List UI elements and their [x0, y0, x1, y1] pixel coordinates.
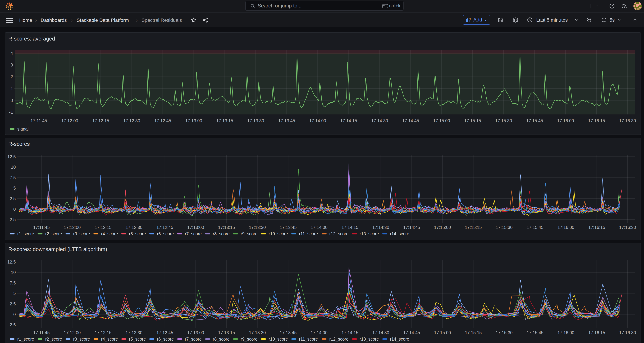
- svg-text:1: 1: [10, 86, 13, 91]
- svg-text:17:14:00: 17:14:00: [311, 225, 328, 230]
- svg-text:17:12:45: 17:12:45: [156, 225, 173, 230]
- svg-text:17:13:15: 17:13:15: [218, 330, 235, 335]
- svg-text:17:15:00: 17:15:00: [434, 330, 451, 335]
- svg-text:-2.5: -2.5: [8, 322, 16, 327]
- svg-text:17:16:00: 17:16:00: [558, 330, 574, 335]
- svg-text:-1: -1: [9, 110, 13, 115]
- svg-text:r5_score: r5_score: [129, 231, 146, 236]
- svg-text:17:16:00: 17:16:00: [558, 225, 574, 230]
- svg-text:17:15:15: 17:15:15: [464, 118, 481, 123]
- svg-text:r3_score: r3_score: [73, 336, 90, 341]
- svg-text:r10_score: r10_score: [269, 231, 288, 236]
- svg-text:r9_score: r9_score: [241, 336, 258, 341]
- svg-text:17:15:00: 17:15:00: [434, 225, 451, 230]
- svg-text:17:12:15: 17:12:15: [92, 118, 109, 123]
- svg-text:2.5: 2.5: [10, 301, 16, 306]
- svg-text:17:13:00: 17:13:00: [187, 225, 204, 230]
- svg-text:r3_score: r3_score: [73, 231, 90, 236]
- svg-text:17:11:45: 17:11:45: [30, 118, 47, 123]
- svg-text:17:13:15: 17:13:15: [218, 225, 235, 230]
- svg-text:r13_score: r13_score: [360, 336, 379, 341]
- svg-text:17:13:30: 17:13:30: [249, 330, 266, 335]
- svg-text:17:11:45: 17:11:45: [33, 225, 50, 230]
- svg-text:17:12:00: 17:12:00: [64, 330, 80, 335]
- svg-text:signal: signal: [17, 127, 28, 131]
- svg-text:10: 10: [11, 165, 16, 170]
- svg-text:2: 2: [10, 74, 13, 79]
- svg-text:17:14:30: 17:14:30: [371, 118, 388, 123]
- svg-text:10: 10: [11, 270, 16, 275]
- svg-text:17:16:30: 17:16:30: [619, 118, 636, 123]
- svg-text:17:13:45: 17:13:45: [280, 330, 297, 335]
- svg-text:r13_score: r13_score: [360, 231, 379, 236]
- svg-text:17:16:15: 17:16:15: [588, 330, 605, 335]
- svg-text:r1_score: r1_score: [17, 231, 34, 236]
- svg-text:5: 5: [13, 186, 16, 190]
- svg-text:17:14:15: 17:14:15: [342, 225, 358, 230]
- svg-text:r14_score: r14_score: [390, 336, 409, 341]
- svg-text:17:16:15: 17:16:15: [588, 118, 605, 123]
- svg-text:0: 0: [10, 98, 13, 103]
- svg-text:17:16:00: 17:16:00: [557, 118, 574, 123]
- svg-text:r2_score: r2_score: [45, 231, 62, 236]
- svg-text:r6_score: r6_score: [157, 336, 174, 341]
- svg-text:17:12:45: 17:12:45: [156, 330, 173, 335]
- svg-text:r5_score: r5_score: [129, 336, 146, 341]
- svg-text:r12_score: r12_score: [329, 336, 348, 341]
- svg-text:7.5: 7.5: [10, 280, 16, 285]
- svg-text:r12_score: r12_score: [329, 231, 348, 236]
- svg-text:r8_score: r8_score: [213, 231, 230, 236]
- svg-text:12.5: 12.5: [7, 154, 16, 159]
- svg-text:17:14:45: 17:14:45: [403, 330, 420, 335]
- svg-text:-2.5: -2.5: [8, 217, 16, 222]
- svg-text:17:15:45: 17:15:45: [526, 225, 543, 230]
- svg-text:17:15:15: 17:15:15: [465, 330, 482, 335]
- svg-text:17:13:30: 17:13:30: [247, 118, 264, 123]
- svg-text:r14_score: r14_score: [390, 231, 409, 236]
- svg-text:17:12:15: 17:12:15: [94, 330, 112, 335]
- svg-text:r8_score: r8_score: [213, 336, 230, 341]
- svg-text:17:13:45: 17:13:45: [278, 118, 295, 123]
- svg-text:17:12:45: 17:12:45: [154, 118, 171, 123]
- svg-text:17:14:45: 17:14:45: [403, 225, 420, 230]
- svg-text:2.5: 2.5: [10, 196, 16, 201]
- svg-text:17:11:45: 17:11:45: [33, 330, 50, 335]
- svg-text:r1_score: r1_score: [17, 336, 34, 341]
- svg-text:17:13:00: 17:13:00: [187, 330, 204, 335]
- svg-text:4: 4: [10, 51, 13, 56]
- svg-text:r11_score: r11_score: [299, 336, 318, 341]
- svg-text:17:16:30: 17:16:30: [619, 330, 636, 335]
- svg-text:17:12:00: 17:12:00: [64, 225, 80, 230]
- svg-text:r9_score: r9_score: [241, 231, 258, 236]
- svg-text:17:12:00: 17:12:00: [61, 118, 78, 123]
- svg-text:R-scores: averaged: R-scores: averaged: [8, 36, 55, 42]
- svg-text:17:16:30: 17:16:30: [619, 225, 636, 230]
- svg-text:r10_score: r10_score: [269, 336, 288, 341]
- svg-text:17:15:45: 17:15:45: [526, 118, 543, 123]
- svg-text:17:12:15: 17:12:15: [94, 225, 112, 230]
- svg-text:r6_score: r6_score: [157, 231, 174, 236]
- svg-text:17:15:30: 17:15:30: [496, 330, 512, 335]
- svg-text:17:14:15: 17:14:15: [342, 330, 358, 335]
- svg-text:17:15:30: 17:15:30: [496, 225, 512, 230]
- svg-text:7.5: 7.5: [10, 175, 16, 180]
- svg-text:r7_score: r7_score: [185, 231, 202, 236]
- svg-text:R-scores: R-scores: [8, 141, 30, 147]
- svg-text:17:13:15: 17:13:15: [216, 118, 233, 123]
- svg-text:5: 5: [13, 291, 16, 296]
- svg-text:r11_score: r11_score: [299, 231, 318, 236]
- svg-text:17:15:15: 17:15:15: [465, 225, 482, 230]
- svg-text:17:13:45: 17:13:45: [280, 225, 297, 230]
- svg-text:0: 0: [13, 207, 16, 212]
- svg-text:17:14:30: 17:14:30: [372, 330, 389, 335]
- svg-text:3: 3: [10, 63, 13, 67]
- svg-text:17:15:30: 17:15:30: [495, 118, 512, 123]
- svg-text:r4_score: r4_score: [101, 231, 118, 236]
- svg-text:17:13:00: 17:13:00: [185, 118, 202, 123]
- svg-text:17:15:00: 17:15:00: [433, 118, 450, 123]
- svg-text:17:15:45: 17:15:45: [526, 330, 543, 335]
- svg-text:17:14:00: 17:14:00: [311, 330, 328, 335]
- svg-text:17:16:15: 17:16:15: [588, 225, 605, 230]
- svg-text:R-scores: downsampled (LTTB al: R-scores: downsampled (LTTB algorithm): [8, 246, 107, 252]
- svg-text:17:14:00: 17:14:00: [309, 118, 326, 123]
